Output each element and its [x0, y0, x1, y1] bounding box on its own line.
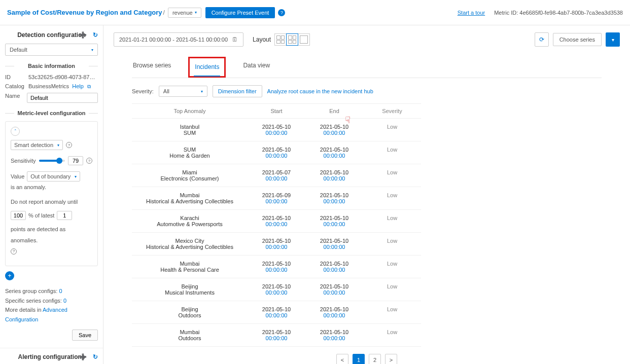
dnr-mid: % of latest — [28, 210, 54, 221]
help-link[interactable]: Help — [72, 83, 84, 89]
help-icon[interactable]: ? — [11, 248, 17, 254]
col-start: Start — [248, 108, 305, 114]
severity-select[interactable]: All ▾ — [159, 86, 207, 97]
table-row[interactable]: BeijingOutdoors2021-05-1000:00:002021-05… — [132, 301, 421, 324]
tab-browse-series[interactable]: Browse series — [132, 57, 172, 78]
col-end: End — [305, 108, 363, 114]
metric-id: Metric ID: 4e6685f0-fe98-4ab7-800b-7ca3e… — [494, 10, 623, 16]
value-label: Value — [11, 173, 24, 179]
copy-icon[interactable]: ⧉ — [87, 84, 91, 89]
detection-type-label: Smart detection — [14, 142, 53, 148]
config-select-label: Default — [10, 47, 27, 53]
refresh-button[interactable]: ⟳ — [535, 32, 549, 47]
history-icon[interactable]: ↻ — [93, 353, 98, 360]
pager: < 1 2 > — [132, 354, 602, 364]
id-label: ID — [5, 74, 28, 80]
add-rule-button[interactable]: + — [5, 271, 14, 280]
help-icon[interactable]: ? — [86, 158, 92, 164]
catalog-label: Catalog — [5, 83, 28, 90]
sidebar: Detection configuration ➕ ↻ Default ▾ Ba… — [0, 25, 103, 364]
layout-1x1-button[interactable] — [298, 33, 310, 46]
calendar-icon: 🗓 — [232, 36, 238, 43]
dimension-filter-button[interactable]: Dimension filter — [213, 85, 262, 97]
help-icon[interactable]: ? — [66, 142, 72, 148]
toolbar: 2021-01-21 00:00:00 - 2021-05-11 00:00:0… — [114, 32, 620, 47]
dnr-percent-input[interactable] — [11, 211, 26, 220]
sensitivity-label: Sensitivity — [11, 158, 36, 164]
chevron-down-icon: ▾ — [75, 174, 77, 179]
metric-id-label: Metric ID: — [494, 10, 518, 16]
history-icon[interactable]: ↻ — [93, 31, 98, 39]
chevron-down-icon: ▾ — [91, 48, 93, 52]
table-row[interactable]: MumbaiOutdoors2021-05-1000:00:002021-05-… — [132, 324, 421, 347]
config-summary: Series group configs: 0 Specific series … — [5, 286, 98, 324]
collapse-icon[interactable]: ˄ — [11, 127, 20, 136]
filter-row: Severity: All ▾ Dimension filter Analyze… — [132, 85, 602, 97]
severity-label: Severity: — [132, 88, 154, 94]
dnr-prefix: Do not report anomaly until — [11, 196, 78, 207]
choose-series-button[interactable]: Choose series — [553, 33, 602, 46]
table-row[interactable]: IstanbulSUM2021-05-1000:00:002021-05-100… — [132, 119, 421, 141]
chevron-down-icon: ▾ — [201, 89, 203, 94]
breadcrumb-slash: / — [163, 9, 165, 16]
basic-info-title: Basic information — [5, 63, 98, 69]
sensitivity-slider[interactable] — [39, 160, 65, 162]
incidents-highlight: Incidents — [188, 57, 226, 78]
dnr-suffix: points are detected as anomalies. — [11, 224, 92, 246]
date-range-picker[interactable]: 2021-01-21 00:00:00 - 2021-05-11 00:00:0… — [114, 32, 243, 47]
chevron-down-icon: ▾ — [57, 143, 59, 148]
metric-id-value: 4e6685f0-fe98-4ab7-800b-7ca3ea3d3538 — [519, 10, 623, 16]
table-row[interactable]: MumbaiHistorical & Advertising Collectib… — [132, 187, 421, 210]
specific-count[interactable]: 0 — [63, 298, 66, 304]
sensitivity-input[interactable] — [68, 156, 83, 165]
add-config-icon[interactable]: ➕ — [79, 31, 87, 39]
save-button[interactable]: Save — [72, 330, 98, 341]
detection-type-select[interactable]: Smart detection ▾ — [11, 140, 63, 150]
boundary-select[interactable]: Out of boundary ▾ — [27, 171, 80, 181]
alerting-header: Alerting configurations ➕ ↻ — [5, 353, 98, 360]
tab-data-view[interactable]: Data view — [242, 57, 271, 78]
chevron-down-icon: ▾ — [195, 10, 197, 15]
metric-selector[interactable]: revenue ▾ — [168, 8, 201, 18]
id-value: 53c32625-d908-4073-8773-be3e6b8a252f — [28, 74, 98, 80]
incidents-table: Top Anomaly Start End Severity IstanbulS… — [132, 103, 421, 347]
main: 2021-01-21 00:00:00 - 2021-05-11 00:00:0… — [103, 25, 630, 364]
apply-dropdown[interactable]: ▾ — [606, 32, 620, 47]
table-row[interactable]: Mexico CityHistorical & Advertising Coll… — [132, 233, 421, 256]
tabs: Browse series Incidents Data view — [132, 57, 602, 78]
layout-3x3-button[interactable] — [286, 33, 298, 46]
pager-page-1[interactable]: 1 — [353, 354, 365, 364]
catalog-value: BusinessMetrics Help ⧉ — [28, 83, 98, 90]
table-row[interactable]: MumbaiHealth & Personal Care2021-05-1000… — [132, 256, 421, 278]
top-bar: Sample of Cost/Revenue by Region and Cat… — [0, 0, 630, 25]
value-suffix: is an anomaly. — [11, 184, 46, 190]
detection-config-header: Detection configuration ➕ ↻ — [5, 31, 98, 39]
pager-page-2[interactable]: 2 — [369, 354, 381, 364]
table-row[interactable]: SUMHome & Garden2021-05-1000:00:002021-0… — [132, 141, 421, 164]
date-range-value: 2021-01-21 00:00:00 - 2021-05-11 00:00:0… — [119, 37, 228, 43]
table-row[interactable]: KarachiAutomotive & Powersports2021-05-1… — [132, 210, 421, 233]
page-title[interactable]: Sample of Cost/Revenue by Region and Cat… — [7, 9, 162, 16]
detection-config-title: Detection configuration — [17, 31, 86, 39]
metric-level-title: Metric-level configuration — [5, 110, 98, 116]
config-select[interactable]: Default ▾ — [5, 44, 98, 56]
metric-selector-label: revenue — [172, 10, 193, 16]
root-cause-link[interactable]: Analyze root cause in the new incident h… — [267, 88, 373, 94]
pager-prev[interactable]: < — [336, 354, 348, 364]
layout-2x2-button[interactable] — [274, 33, 287, 46]
configure-preset-button[interactable]: Configure Preset Event — [205, 7, 275, 18]
add-alert-icon[interactable]: ➕ — [79, 353, 87, 360]
col-severity: Severity — [363, 108, 421, 114]
table-row[interactable]: MiamiElectronics (Consumer)2021-05-0700:… — [132, 164, 421, 187]
help-icon[interactable]: ? — [278, 9, 285, 16]
pager-next[interactable]: > — [385, 354, 397, 364]
layout-label: Layout — [253, 36, 271, 43]
name-input[interactable] — [27, 93, 98, 103]
table-row[interactable]: BeijingMusical Instruments2021-05-1000:0… — [132, 278, 421, 301]
tab-incidents[interactable]: Incidents — [194, 58, 220, 77]
metric-level-config-box: ˄ Smart detection ▾ ? Sensitivity ? Valu… — [5, 121, 98, 266]
series-group-count[interactable]: 0 — [59, 288, 62, 294]
start-tour-link[interactable]: Start a tour — [458, 10, 485, 16]
name-label: Name — [5, 93, 27, 103]
dnr-points-input[interactable] — [57, 211, 72, 220]
